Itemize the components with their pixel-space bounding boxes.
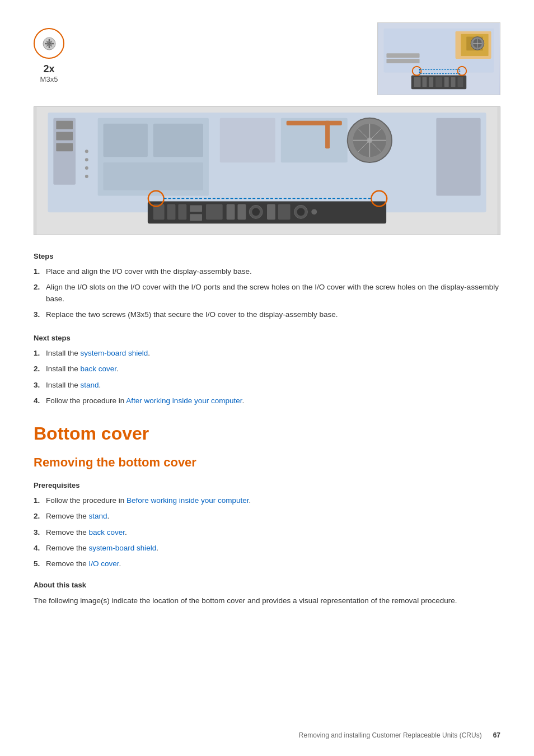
- svg-rect-41: [104, 162, 203, 190]
- svg-rect-62: [237, 204, 246, 220]
- prereq-text-1: Follow the procedure in Before working i…: [46, 495, 251, 506]
- footer-text: Removing and installing Customer Replace…: [299, 731, 482, 739]
- prereq-2: 2. Remove the stand.: [34, 511, 500, 522]
- svg-rect-59: [190, 214, 202, 221]
- svg-rect-44: [287, 121, 342, 125]
- stand-link-1[interactable]: stand: [81, 381, 99, 389]
- svg-point-34: [85, 150, 88, 153]
- prereq-num-5: 5.: [34, 558, 46, 570]
- next-step-2: 2. Install the back cover.: [34, 363, 500, 375]
- io-cover-link[interactable]: I/O cover: [89, 559, 119, 568]
- after-working-link[interactable]: After working inside your computer: [126, 396, 242, 405]
- about-task-text: The following image(s) indicate the loca…: [34, 595, 500, 607]
- svg-rect-15: [386, 53, 419, 58]
- prereq-1: 1. Follow the procedure in Before workin…: [34, 495, 500, 506]
- next-step-num-2: 2.: [34, 363, 46, 375]
- svg-point-35: [85, 158, 88, 161]
- svg-rect-66: [278, 204, 291, 220]
- step-text-1: Place and align the I/O cover with the d…: [46, 266, 252, 277]
- prerequisites-section: Prerequisites 1. Follow the procedure in…: [34, 481, 500, 570]
- steps-list: 1. Place and align the I/O cover with th…: [34, 266, 500, 320]
- svg-point-36: [85, 166, 88, 170]
- svg-point-64: [252, 208, 260, 216]
- svg-rect-16: [386, 59, 419, 63]
- before-working-link[interactable]: Before working inside your computer: [127, 496, 249, 505]
- prereq-num-2: 2.: [34, 511, 46, 522]
- prereq-5: 5. Remove the I/O cover.: [34, 558, 500, 570]
- next-steps-list: 1. Install the system-board shield. 2. I…: [34, 348, 500, 407]
- next-step-4: 4. Follow the procedure in After working…: [34, 395, 500, 407]
- svg-rect-19: [422, 77, 427, 87]
- step-text-3: Replace the two screws (M3x5) that secur…: [46, 309, 338, 320]
- back-cover-link-1[interactable]: back cover: [81, 365, 117, 373]
- prerequisites-list: 1. Follow the procedure in Before workin…: [34, 495, 500, 570]
- step-item-2: 2. Align the I/O slots on the I/O cover …: [34, 282, 500, 305]
- prereq-text-5: Remove the I/O cover.: [46, 558, 121, 570]
- step-number-1: 1.: [34, 266, 46, 277]
- page-number: 67: [493, 731, 500, 739]
- next-step-num-3: 3.: [34, 380, 46, 391]
- stand-link-2[interactable]: stand: [89, 512, 107, 520]
- svg-rect-56: [167, 204, 176, 220]
- about-task-section: About this task The following image(s) i…: [34, 581, 500, 607]
- steps-section: Steps 1. Place and align the I/O cover w…: [34, 252, 500, 320]
- next-step-num-4: 4.: [34, 395, 46, 407]
- svg-point-68: [297, 208, 305, 216]
- next-step-text-4: Follow the procedure in After working in…: [46, 395, 244, 407]
- next-step-text-2: Install the back cover.: [46, 363, 119, 375]
- svg-point-69: [311, 209, 317, 214]
- step-number-2: 2.: [34, 282, 46, 305]
- next-step-3: 3. Install the stand.: [34, 380, 500, 391]
- svg-rect-23: [451, 77, 456, 87]
- svg-rect-21: [435, 77, 442, 87]
- svg-rect-39: [104, 124, 148, 157]
- prereq-num-3: 3.: [34, 527, 46, 538]
- step-number-3: 3.: [34, 309, 46, 320]
- prerequisites-heading: Prerequisites: [34, 481, 500, 489]
- svg-rect-18: [414, 77, 421, 87]
- svg-rect-60: [206, 204, 223, 220]
- svg-rect-31: [56, 121, 73, 129]
- about-task-heading: About this task: [34, 581, 500, 589]
- system-board-shield-link-2[interactable]: system-board shield: [89, 544, 157, 552]
- svg-rect-24: [457, 77, 463, 87]
- next-step-1: 1. Install the system-board shield.: [34, 348, 500, 359]
- prereq-3: 3. Remove the back cover.: [34, 527, 500, 538]
- prereq-text-3: Remove the back cover.: [46, 527, 127, 538]
- svg-rect-32: [56, 132, 73, 141]
- screw-size: M3x5: [40, 75, 58, 83]
- screw-info: 2x M3x5: [34, 28, 64, 83]
- steps-heading: Steps: [34, 252, 500, 260]
- thumbnail-image: [377, 22, 500, 95]
- prereq-text-2: Remove the stand.: [46, 511, 109, 522]
- sub-title: Removing the bottom cover: [34, 455, 500, 470]
- svg-rect-61: [227, 204, 235, 220]
- svg-rect-40: [153, 124, 203, 157]
- next-step-text-1: Install the system-board shield.: [46, 348, 150, 359]
- svg-rect-45: [325, 121, 330, 149]
- prereq-num-1: 1.: [34, 495, 46, 506]
- svg-rect-53: [436, 118, 480, 196]
- step-text-2: Align the I/O slots on the I/O cover wit…: [46, 282, 500, 305]
- system-board-shield-link-1[interactable]: system-board shield: [81, 349, 148, 357]
- svg-rect-20: [429, 77, 433, 87]
- back-cover-link-2[interactable]: back cover: [89, 528, 125, 536]
- svg-rect-33: [56, 143, 73, 151]
- prereq-text-4: Remove the system-board shield.: [46, 543, 158, 554]
- svg-rect-57: [178, 204, 186, 220]
- next-steps-section: Next steps 1. Install the system-board s…: [34, 334, 500, 407]
- svg-rect-58: [190, 205, 202, 212]
- page-footer: Removing and installing Customer Replace…: [299, 731, 500, 739]
- step-item-1: 1. Place and align the I/O cover with th…: [34, 266, 500, 277]
- next-steps-heading: Next steps: [34, 334, 500, 342]
- svg-point-37: [85, 175, 88, 178]
- prereq-4: 4. Remove the system-board shield.: [34, 543, 500, 554]
- next-step-text-3: Install the stand.: [46, 380, 101, 391]
- svg-rect-65: [267, 204, 275, 220]
- step-item-3: 3. Replace the two screws (M3x5) that se…: [34, 309, 500, 320]
- prereq-num-4: 4.: [34, 543, 46, 554]
- main-diagram: [34, 106, 500, 235]
- screw-quantity: 2x: [43, 63, 54, 75]
- screw-circle: [34, 28, 64, 59]
- svg-rect-42: [220, 118, 275, 162]
